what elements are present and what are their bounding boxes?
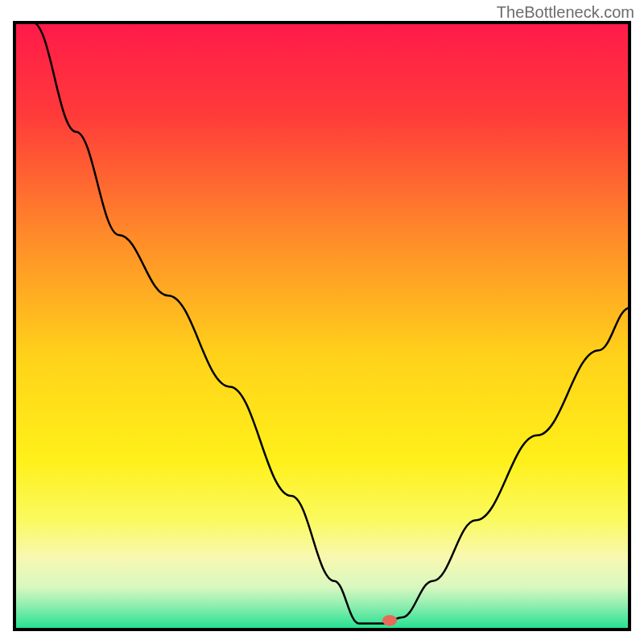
optimal-marker [382, 615, 397, 626]
plot-background [14, 23, 630, 630]
watermark-label: TheBottleneck.com [497, 3, 634, 22]
bottleneck-chart [0, 0, 644, 644]
chart-container: TheBottleneck.com [0, 0, 644, 644]
